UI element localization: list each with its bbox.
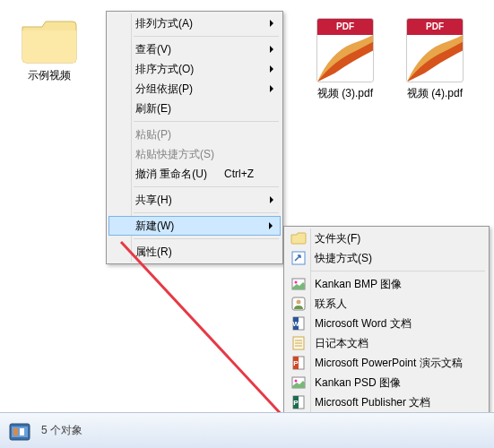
- submenu-folder[interactable]: 文件夹(F): [286, 228, 487, 248]
- pdf-file-2[interactable]: PDF 视频 (4).pdf: [394, 18, 475, 101]
- svg-text:P: P: [293, 399, 299, 407]
- image-icon: [290, 375, 307, 391]
- pdf-icon: PDF: [406, 18, 464, 82]
- image-icon: [290, 276, 307, 292]
- contact-icon: [290, 296, 307, 312]
- chevron-right-icon: [270, 20, 273, 27]
- explorer-content: 示例视频 PDF 视频 (3).pdf PDF 视频 (4).pdf 排列方式(…: [0, 0, 494, 412]
- menu-paste-shortcut: 粘贴快捷方式(S): [108, 144, 281, 164]
- menu-sort[interactable]: 排列方式(A): [108, 13, 281, 33]
- svg-point-16: [295, 380, 298, 383]
- svg-text:W: W: [292, 320, 299, 328]
- library-icon: [7, 418, 32, 444]
- menu-undo[interactable]: 撤消 重命名(U)Ctrl+Z: [108, 164, 281, 184]
- folder-icon: [290, 230, 307, 246]
- chevron-right-icon: [270, 196, 273, 203]
- chevron-right-icon: [270, 85, 273, 92]
- submenu-word[interactable]: W Microsoft Word 文档: [286, 314, 487, 333]
- chevron-right-icon: [269, 222, 273, 229]
- submenu-powerpoint[interactable]: P Microsoft PowerPoint 演示文稿: [286, 353, 487, 373]
- word-icon: W: [290, 315, 307, 332]
- svg-rect-34: [13, 428, 18, 435]
- submenu-publisher[interactable]: P Microsoft Publisher 文档: [286, 392, 487, 412]
- menu-properties[interactable]: 属性(R): [108, 242, 281, 262]
- pdf-label-2: 视频 (4).pdf: [394, 86, 475, 101]
- menu-view[interactable]: 查看(V): [108, 39, 281, 59]
- powerpoint-icon: P: [290, 355, 307, 371]
- chevron-right-icon: [270, 65, 273, 73]
- shortcut-icon: [290, 250, 307, 266]
- folder-label: 示例视频: [9, 68, 90, 83]
- chevron-right-icon: [270, 46, 273, 53]
- menu-group[interactable]: 分组依据(P): [108, 79, 281, 99]
- svg-point-4: [297, 300, 301, 305]
- status-bar: 5 个对象: [0, 412, 494, 448]
- submenu-journal[interactable]: 日记本文档: [286, 333, 487, 353]
- pdf-icon: PDF: [316, 18, 374, 82]
- menu-paste: 粘贴(P): [108, 125, 281, 144]
- svg-text:P: P: [293, 359, 299, 367]
- menu-new[interactable]: 新建(W): [108, 216, 281, 236]
- submenu-shortcut[interactable]: 快捷方式(S): [286, 248, 487, 268]
- publisher-icon: P: [290, 394, 307, 410]
- svg-line-30: [121, 242, 296, 430]
- submenu-contact[interactable]: 联系人: [286, 294, 487, 314]
- journal-icon: [290, 335, 307, 351]
- menu-order[interactable]: 排序方式(O): [108, 59, 281, 79]
- menu-share[interactable]: 共享(H): [108, 190, 281, 210]
- svg-rect-35: [20, 428, 24, 435]
- status-text: 5 个对象: [41, 423, 82, 438]
- pdf-file-1[interactable]: PDF 视频 (3).pdf: [305, 18, 386, 101]
- context-menu: 排列方式(A) 查看(V) 排序方式(O) 分组依据(P) 刷新(E) 粘贴(P…: [106, 11, 283, 264]
- svg-point-2: [295, 281, 298, 284]
- folder-item[interactable]: 示例视频: [9, 18, 90, 83]
- folder-icon: [21, 18, 78, 65]
- menu-refresh[interactable]: 刷新(E): [108, 99, 281, 118]
- pdf-label-1: 视频 (3).pdf: [305, 86, 386, 101]
- submenu-psd[interactable]: Kankan PSD 图像: [286, 373, 487, 392]
- submenu-bmp[interactable]: Kankan BMP 图像: [286, 274, 487, 294]
